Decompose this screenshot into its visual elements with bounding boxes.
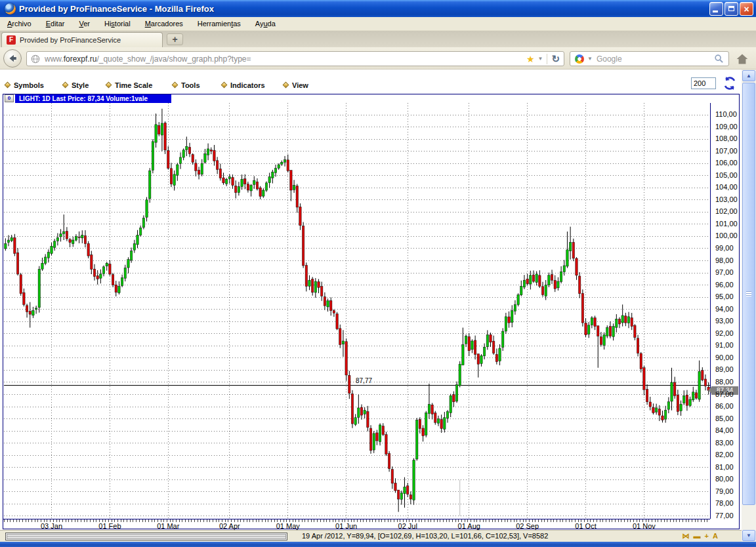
chart-menu-tools[interactable]: Tools xyxy=(173,79,200,91)
candle xyxy=(637,335,639,357)
google-logo-icon[interactable] xyxy=(575,54,584,64)
candle xyxy=(136,230,138,248)
candle xyxy=(167,146,169,170)
chart-canvas[interactable]: 87,77 xyxy=(4,103,710,519)
refresh-button[interactable] xyxy=(722,75,738,91)
candle xyxy=(29,302,31,328)
candle xyxy=(634,324,636,340)
candle xyxy=(406,483,408,497)
chart-menu-label: Indicators xyxy=(230,81,265,89)
candle xyxy=(213,145,215,166)
label-a-icon[interactable]: A xyxy=(713,531,718,541)
menu-marcadores[interactable]: Marcadores xyxy=(138,17,190,31)
chart-menu-time-scale[interactable]: Time Scale xyxy=(106,79,152,91)
candle xyxy=(548,273,550,287)
candle xyxy=(652,403,654,415)
vertical-scrollbar[interactable]: ▲ ▼ xyxy=(742,70,756,542)
candle xyxy=(115,281,117,296)
chart-menu-indicators[interactable]: Indicators xyxy=(222,79,265,91)
menu-archivo[interactable]: Archivo xyxy=(0,17,39,31)
home-button[interactable] xyxy=(734,51,751,67)
tab-provided-by-profinanceservice[interactable]: F Provided by ProFinanceService xyxy=(1,32,163,47)
chart-menu-symbols[interactable]: Symbols xyxy=(5,79,44,91)
window-title: Provided by ProFinanceService - Mozilla … xyxy=(19,4,214,14)
price-tick-label: 94,00 xyxy=(715,305,734,314)
price-tick-label: 97,00 xyxy=(715,268,734,277)
candle xyxy=(468,333,470,356)
chart-properties-icon[interactable]: 0 xyxy=(5,94,14,102)
candle xyxy=(376,430,378,445)
minus-icon[interactable]: ▬ xyxy=(694,531,701,541)
horizontal-scrollbar-thumb[interactable] xyxy=(7,534,286,539)
candlestick-plot[interactable]: 87,77 xyxy=(4,103,710,519)
url-dropdown-icon[interactable]: ▼ xyxy=(538,56,543,62)
menu-ver[interactable]: Ver xyxy=(72,17,97,31)
date-tick-label: 02 Jul xyxy=(398,522,417,530)
candle xyxy=(139,226,141,237)
candle xyxy=(569,227,571,260)
candle xyxy=(210,148,212,154)
search-icon[interactable] xyxy=(714,54,724,64)
date-tick-label: 01 Oct xyxy=(575,522,596,530)
search-engine-dropdown-icon[interactable]: ▼ xyxy=(587,56,593,62)
url-input[interactable]: www.forexpf.ru/_quote_show_/java/show_gr… xyxy=(26,51,564,66)
minimize-button[interactable] xyxy=(709,2,723,16)
chart-menu-view[interactable]: View xyxy=(284,79,308,91)
price-tick-label: 102,00 xyxy=(715,207,738,216)
bookmark-star-icon[interactable]: ★ xyxy=(526,54,535,64)
new-tab-button[interactable]: + xyxy=(167,33,183,45)
close-button[interactable]: × xyxy=(740,2,753,16)
window-bottom-border xyxy=(0,542,756,547)
candle xyxy=(324,293,326,310)
candle xyxy=(321,282,323,301)
candle xyxy=(499,344,501,365)
price-tick-label: 96,00 xyxy=(715,281,734,289)
candle xyxy=(631,313,633,330)
candle xyxy=(26,304,28,317)
candle xyxy=(225,178,227,186)
plus-icon[interactable]: + xyxy=(705,531,709,541)
price-tick-label: 105,00 xyxy=(715,171,738,180)
chart-menu-label: Tools xyxy=(181,81,200,89)
horizontal-scrollbar[interactable] xyxy=(5,533,287,540)
candle xyxy=(32,307,34,318)
bars-count-input[interactable] xyxy=(691,77,716,89)
menu-herramientas[interactable]: Herramientas xyxy=(190,17,248,31)
scrollbar-thumb[interactable] xyxy=(742,83,755,505)
menu-ayuda[interactable]: Ayuda xyxy=(248,17,283,31)
price-tick-label: 109,00 xyxy=(715,123,738,131)
candle xyxy=(643,366,645,395)
scroll-down-button[interactable]: ▼ xyxy=(742,530,755,541)
price-tick-label: 99,00 xyxy=(715,244,734,253)
menu-editar[interactable]: Editar xyxy=(39,17,72,31)
candle xyxy=(51,243,52,255)
restore-button[interactable] xyxy=(724,2,738,16)
price-tick-label: 93,00 xyxy=(715,317,734,325)
candle xyxy=(314,278,316,298)
candle xyxy=(41,258,43,271)
reload-icon[interactable]: ↻ xyxy=(551,54,560,64)
search-bar[interactable]: ▼ xyxy=(570,51,729,66)
menu-historial[interactable]: Historial xyxy=(97,17,138,31)
diamond-icon xyxy=(106,82,112,89)
price-tick-label: 84,00 xyxy=(715,426,734,435)
chart-widget: 0 LIGHT: 1D Last Price: 87,34 Volume:1va… xyxy=(3,94,740,529)
price-tick-label: 80,00 xyxy=(715,475,734,483)
title-bar[interactable]: Provided by ProFinanceService - Mozilla … xyxy=(0,0,756,17)
price-tick-label: 104,00 xyxy=(715,183,738,192)
candle xyxy=(490,333,492,347)
candle xyxy=(56,233,58,245)
firefox-icon xyxy=(5,3,16,14)
candle xyxy=(44,254,46,265)
date-tick-label: 02 Sep xyxy=(516,522,539,530)
chart-menu-style[interactable]: Style xyxy=(63,79,89,91)
back-button[interactable] xyxy=(3,49,22,68)
candle xyxy=(53,239,55,251)
bowtie-icon[interactable]: ⋈ xyxy=(682,531,690,541)
scroll-up-button[interactable]: ▲ xyxy=(742,70,755,81)
candle xyxy=(588,322,590,338)
minimize-icon xyxy=(713,10,718,12)
search-input[interactable] xyxy=(597,54,714,64)
candle xyxy=(10,235,12,242)
candle xyxy=(664,406,666,423)
